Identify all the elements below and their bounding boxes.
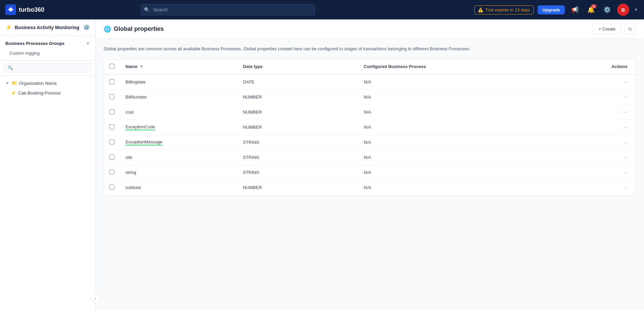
sidebar-title-text: Business Activity Monitoring	[15, 25, 79, 30]
row-checkbox[interactable]	[109, 109, 114, 114]
trial-badge: ⚠️ Trial expires in 13 days	[474, 5, 534, 14]
sidebar-settings-icon[interactable]: ⚙️	[83, 24, 90, 30]
table-row: siteSTRINGN/A···	[104, 150, 636, 165]
row-name[interactable]: ExceptionCode	[126, 124, 155, 130]
row-checkbox-cell	[104, 120, 120, 135]
row-actions-cell[interactable]: ···	[595, 135, 636, 150]
row-checkbox[interactable]	[109, 124, 114, 129]
filter-icon[interactable]: ▼	[139, 64, 144, 69]
row-data-type-cell: NUMBER	[238, 105, 358, 120]
sidebar-search-input[interactable]	[15, 65, 88, 70]
row-actions-cell[interactable]: ···	[595, 180, 636, 195]
row-actions-cell[interactable]: ···	[595, 120, 636, 135]
row-configured-bp-cell: N/A	[358, 74, 595, 90]
row-actions-cell[interactable]: ···	[595, 89, 636, 105]
row-actions-cell[interactable]: ···	[595, 105, 636, 120]
row-checkbox-cell	[104, 165, 120, 180]
user-avatar-button[interactable]: B	[617, 4, 629, 16]
logo-area: turbo360	[5, 4, 59, 15]
upgrade-button[interactable]: Upgrade	[538, 5, 565, 14]
notification-badge: 3	[591, 4, 596, 8]
row-name[interactable]: cost	[126, 110, 134, 115]
row-name-cell: ExceptionCode	[120, 120, 238, 135]
row-checkbox-cell	[104, 74, 120, 90]
sidebar-sub-label-custom-logging: Custom logging	[9, 51, 40, 56]
row-data-type-cell: STRING	[238, 135, 358, 150]
table-row: subtotalNUMBERN/A···	[104, 180, 636, 195]
logo-icon	[5, 4, 16, 15]
table-row: BillingdateDATEN/A···	[104, 74, 636, 90]
chevron-left-icon: ‹	[95, 296, 96, 301]
row-configured-bp-cell: N/A	[358, 120, 595, 135]
refresh-button[interactable]: ↻	[625, 23, 636, 35]
search-bar: 🔍	[141, 4, 315, 15]
row-checkbox-cell	[104, 105, 120, 120]
row-checkbox[interactable]	[109, 94, 114, 99]
avatar-letter: B	[622, 7, 625, 13]
table-row: costNUMBERN/A···	[104, 105, 636, 120]
sidebar-item-custom-logging[interactable]: Custom logging	[0, 49, 95, 58]
sidebar-item-business-processes-groups[interactable]: Business Processes Groups ▼	[0, 38, 95, 49]
table-row: BillNumberNUMBERN/A···	[104, 89, 636, 105]
row-name[interactable]: ExceptionMessage	[126, 139, 162, 145]
settings-button[interactable]: ⚙️	[601, 4, 613, 16]
tree-item-process[interactable]: ⚡ Cab-Booking-Process	[0, 88, 95, 98]
row-configured-bp-cell: N/A	[358, 135, 595, 150]
top-navigation: turbo360 🔍 ⚠️ Trial expires in 13 days U…	[0, 0, 644, 19]
sidebar: ⚡ Business Activity Monitoring ⚙️ Busine…	[0, 19, 96, 310]
table-body: BillingdateDATEN/A···BillNumberNUMBERN/A…	[104, 74, 636, 195]
row-actions-cell[interactable]: ···	[595, 165, 636, 180]
row-checkbox[interactable]	[109, 139, 114, 144]
th-actions: Actions	[595, 59, 636, 74]
row-checkbox[interactable]	[109, 79, 114, 84]
row-checkbox-cell	[104, 89, 120, 105]
page-title: Global properties	[114, 25, 164, 33]
row-checkbox-cell	[104, 135, 120, 150]
page-title-area: 🌐 Global properties	[104, 25, 164, 33]
row-name[interactable]: site	[126, 155, 132, 160]
folder-icon: 📁	[11, 80, 17, 86]
th-checkbox	[104, 59, 120, 74]
tree-process-name: Cab-Booking-Process	[18, 90, 60, 96]
tree-item-org[interactable]: ▼ 📁 Organisation Name	[0, 78, 95, 88]
row-configured-bp-cell: N/A	[358, 150, 595, 165]
row-configured-bp-cell: N/A	[358, 105, 595, 120]
sidebar-menu: Business Processes Groups ▼ Custom loggi…	[0, 36, 95, 61]
row-name[interactable]: subtotal	[126, 185, 141, 190]
select-all-checkbox[interactable]	[109, 64, 114, 69]
row-checkbox[interactable]	[109, 154, 114, 160]
row-checkbox[interactable]	[109, 170, 114, 175]
broadcast-icon: 📢	[571, 6, 579, 13]
search-input[interactable]	[141, 4, 315, 15]
table-row: ExceptionCodeNUMBERN/A···	[104, 120, 636, 135]
table-header: Name ▼ Data type Configured Business Pro…	[104, 59, 636, 74]
chevron-down-icon: ▼	[86, 41, 90, 46]
table-row: stringSTRINGN/A···	[104, 165, 636, 180]
user-menu-chevron[interactable]: ▼	[633, 4, 639, 16]
tree-org-name: Organisation Name	[19, 81, 57, 86]
row-name[interactable]: Billingdate	[126, 79, 146, 84]
row-checkbox-cell	[104, 180, 120, 195]
row-name[interactable]: string	[126, 170, 136, 175]
row-name-cell: string	[120, 165, 238, 180]
row-name-cell: BillNumber	[120, 89, 238, 105]
header-actions: + Create ↻	[593, 23, 636, 35]
sidebar-menu-label-groups: Business Processes Groups	[5, 41, 64, 46]
global-properties-table: Name ▼ Data type Configured Business Pro…	[104, 59, 636, 196]
row-actions-cell[interactable]: ···	[595, 74, 636, 90]
row-name[interactable]: BillNumber	[126, 95, 147, 100]
row-data-type-cell: NUMBER	[238, 120, 358, 135]
row-checkbox-cell	[104, 150, 120, 165]
row-name-cell: ExceptionMessage	[120, 135, 238, 150]
main-header: 🌐 Global properties + Create ↻	[96, 19, 644, 39]
sidebar-search-inner: 🔍	[4, 63, 91, 72]
nav-right: ⚠️ Trial expires in 13 days Upgrade 📢 🔔 …	[474, 4, 639, 16]
notifications-button[interactable]: 🔔 3	[585, 4, 597, 16]
app-body: ⚡ Business Activity Monitoring ⚙️ Busine…	[0, 19, 644, 310]
broadcast-button[interactable]: 📢	[569, 4, 581, 16]
create-button[interactable]: + Create	[593, 24, 621, 34]
sidebar-collapse-button[interactable]: ‹	[91, 294, 100, 303]
row-actions-cell[interactable]: ···	[595, 150, 636, 165]
row-checkbox[interactable]	[109, 185, 114, 190]
chevron-right-icon: ▼	[5, 81, 9, 85]
